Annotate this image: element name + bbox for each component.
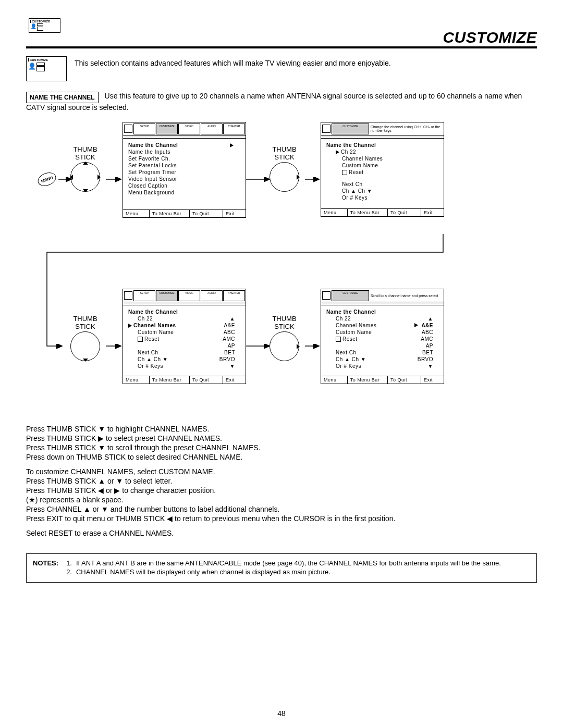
intro-text: This selection contains advanced feature… (75, 56, 391, 67)
notes-box: NOTES: 1.If ANT A and ANT B are in the s… (26, 553, 537, 583)
page-number: 48 (0, 709, 563, 718)
menu-screen-2: CUSTOMIZE Change the channel using CH+, … (321, 122, 444, 217)
thumbstick-label: THUMB STICK (70, 315, 100, 330)
thumbstick-label: THUMB STICK (70, 145, 100, 161)
instructions-block: Press THUMB STICK ▼ to highlight CHANNEL… (26, 424, 537, 538)
menu-screen-1: SETUP CUSTOMIZE VIDEO AUDIO THEATER Name… (123, 122, 246, 218)
customize-icon: 👤 (29, 18, 60, 33)
thumbstick-label: THUMB STICK (270, 145, 299, 161)
section-description: Use this feature to give up to 20 channe… (26, 92, 522, 112)
thumbstick-label: THUMB STICK (270, 315, 299, 330)
thumbstick-icon (270, 331, 299, 361)
menu-screen-4: CUSTOMIZE Scroll to a channel name and p… (321, 289, 444, 384)
thumbstick-icon (270, 162, 299, 192)
customize-small-icon: CUSTOMIZE 👤 (26, 56, 67, 81)
menu-screen-3: SETUP CUSTOMIZE VIDEO AUDIO THEATER Name… (123, 289, 246, 384)
thumbstick-icon (70, 162, 100, 192)
section-label: NAME THE CHANNEL (26, 92, 99, 103)
page-title: CUSTOMIZE (26, 29, 537, 48)
thumbstick-icon (70, 331, 100, 361)
